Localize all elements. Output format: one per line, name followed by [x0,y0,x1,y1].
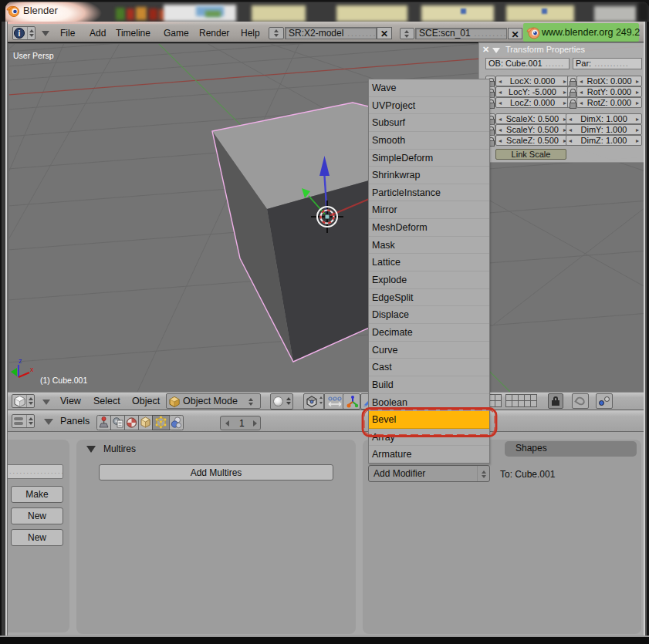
svg-text:z: z [19,357,22,365]
svg-text:x: x [30,366,34,373]
